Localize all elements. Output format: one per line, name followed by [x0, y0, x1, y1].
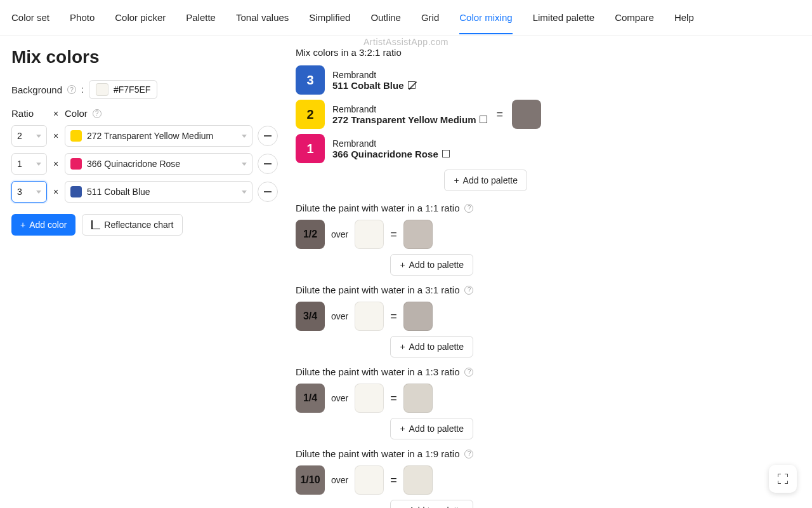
color-header: Color	[65, 108, 88, 119]
tab-color-picker[interactable]: Color picker	[115, 2, 166, 33]
square-icon	[408, 81, 416, 89]
minus-icon	[264, 191, 272, 192]
chevron-down-icon	[242, 163, 247, 166]
ratio-select[interactable]: 3	[11, 181, 47, 203]
remove-color-button[interactable]	[258, 154, 278, 174]
minus-icon	[264, 135, 272, 137]
dilution-block: Dilute the paint with water in a 1:9 rat…	[296, 448, 801, 508]
equals-sign: =	[390, 310, 397, 323]
equals-sign: =	[390, 392, 397, 405]
background-swatch	[355, 302, 384, 331]
ratio-select[interactable]: 2	[11, 125, 47, 147]
add-to-palette-button[interactable]: + Add to palette	[390, 336, 473, 358]
help-icon[interactable]: ?	[93, 109, 102, 118]
square-icon	[480, 116, 487, 123]
help-icon[interactable]: ?	[464, 450, 473, 458]
dilution-block: Dilute the paint with water in a 1:3 rat…	[296, 366, 801, 439]
background-swatch	[355, 465, 384, 495]
fraction-chip: 1/10	[296, 465, 325, 495]
over-label: over	[331, 393, 348, 403]
watermark: ArtistAssistApp.com	[363, 37, 449, 47]
chart-icon	[91, 220, 100, 229]
main-tabs: Color setPhotoColor pickerPaletteTonal v…	[0, 0, 812, 36]
tab-limited-palette[interactable]: Limited palette	[533, 2, 595, 33]
minus-icon	[264, 163, 272, 164]
background-label: Background	[11, 84, 62, 95]
plus-icon: +	[454, 176, 459, 185]
expand-icon	[778, 474, 788, 484]
paint-name: 511 Cobalt Blue	[332, 80, 416, 91]
dilution-title: Dilute the paint with water in a 3:1 rat…	[296, 284, 801, 295]
background-hex: #F7F5EF	[114, 84, 150, 95]
add-to-palette-button[interactable]: + Add to palette	[390, 254, 473, 276]
tab-grid[interactable]: Grid	[421, 2, 439, 33]
tab-compare[interactable]: Compare	[615, 2, 654, 33]
color-swatch	[70, 158, 82, 170]
color-row: 2 × 272 Transparent Yellow Medium	[11, 125, 278, 147]
plus-icon: +	[20, 220, 25, 229]
paint-brand: Rembrandt	[332, 70, 416, 80]
over-label: over	[331, 229, 348, 239]
add-to-palette-button[interactable]: + Add to palette	[444, 170, 527, 191]
equals-sign: =	[390, 228, 397, 241]
equals-sign: =	[390, 474, 397, 487]
paint-name: 366 Quinacridone Rose	[332, 149, 450, 159]
chevron-down-icon	[36, 190, 41, 194]
add-to-palette-button[interactable]: + Add to palette	[390, 418, 473, 439]
chevron-down-icon	[242, 190, 247, 194]
mix-ratio-title: Mix colors in a 3:2:1 ratio	[296, 47, 801, 58]
background-swatch	[96, 83, 108, 96]
fraction-chip: 1/2	[296, 220, 325, 249]
dilution-result-swatch	[403, 220, 433, 249]
ratio-chip: 3	[296, 65, 325, 95]
paint-item: 2 Rembrandt 272 Transparent Yellow Mediu…	[296, 100, 487, 129]
add-color-button[interactable]: + Add color	[11, 214, 75, 236]
background-swatch	[355, 220, 384, 249]
dilution-block: Dilute the paint with water in a 3:1 rat…	[296, 284, 801, 358]
color-select[interactable]: 511 Cobalt Blue	[65, 181, 252, 203]
help-icon[interactable]: ?	[464, 368, 473, 377]
background-input[interactable]: #F7F5EF	[89, 80, 157, 99]
plus-icon: +	[400, 424, 405, 433]
dilution-title: Dilute the paint with water in a 1:1 rat…	[296, 203, 801, 213]
square-icon	[442, 150, 450, 157]
fullscreen-button[interactable]	[769, 465, 797, 493]
over-label: over	[331, 311, 348, 321]
ratio-chip: 2	[296, 100, 325, 129]
color-select[interactable]: 366 Quinacridone Rose	[65, 153, 252, 175]
remove-color-button[interactable]	[258, 182, 278, 202]
dilution-result-swatch	[403, 302, 433, 331]
color-select[interactable]: 272 Transparent Yellow Medium	[65, 125, 252, 147]
fraction-chip: 1/4	[296, 384, 325, 413]
tab-help[interactable]: Help	[674, 2, 694, 33]
tab-palette[interactable]: Palette	[186, 2, 216, 33]
fraction-chip: 3/4	[296, 302, 325, 331]
ratio-chip: 1	[296, 134, 325, 163]
chevron-down-icon	[36, 135, 41, 138]
equals-sign: =	[496, 108, 503, 121]
help-icon[interactable]: ?	[67, 85, 76, 94]
tab-photo[interactable]: Photo	[70, 2, 95, 33]
tab-outline[interactable]: Outline	[370, 2, 401, 33]
paint-brand: Rembrandt	[332, 138, 450, 149]
dilution-result-swatch	[403, 465, 433, 495]
tab-tonal-values[interactable]: Tonal values	[236, 2, 289, 33]
multiply-sign: ×	[52, 131, 60, 141]
reflectance-chart-button[interactable]: Reflectance chart	[82, 214, 183, 236]
tab-simplified[interactable]: Simplified	[309, 2, 350, 33]
x-header: ×	[52, 109, 60, 119]
dilution-result-swatch	[403, 384, 433, 413]
paint-name: 272 Transparent Yellow Medium	[332, 114, 487, 125]
multiply-sign: ×	[52, 159, 60, 169]
help-icon[interactable]: ?	[464, 204, 473, 213]
tab-color-mixing[interactable]: Color mixing	[459, 2, 512, 34]
remove-color-button[interactable]	[258, 126, 278, 146]
dilution-title: Dilute the paint with water in a 1:9 rat…	[296, 448, 801, 459]
page-title: Mix colors	[11, 47, 278, 67]
help-icon[interactable]: ?	[464, 286, 473, 295]
paint-item: 1 Rembrandt 366 Quinacridone Rose	[296, 134, 487, 163]
dilution-block: Dilute the paint with water in a 1:1 rat…	[296, 203, 801, 276]
ratio-select[interactable]: 1	[11, 153, 47, 175]
tab-color-set[interactable]: Color set	[11, 2, 49, 33]
add-to-palette-button[interactable]: + Add to palette	[390, 500, 473, 508]
